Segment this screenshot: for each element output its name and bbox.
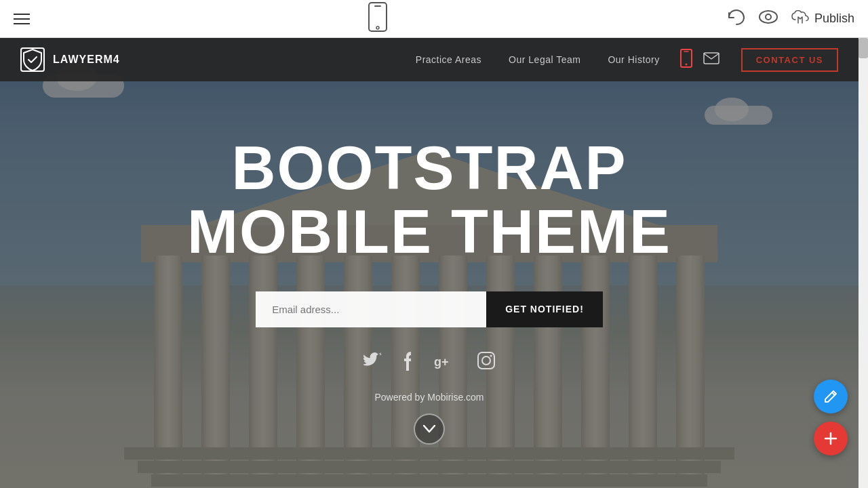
navbar-icons: CONTACT US bbox=[680, 48, 838, 72]
svg-rect-8 bbox=[704, 53, 719, 64]
nav-item-practice[interactable]: Practice Areas bbox=[416, 54, 481, 66]
hero-title-line2: MOBILE THEME bbox=[187, 198, 671, 266]
navbar-nav: Practice Areas Our Legal Team Our Histor… bbox=[416, 54, 660, 66]
contact-button[interactable]: CONTACT US bbox=[741, 48, 838, 72]
nav-link-practice[interactable]: Practice Areas bbox=[416, 54, 481, 65]
svg-point-12 bbox=[490, 354, 492, 357]
powered-by: Powered by Mobirise.com bbox=[187, 392, 671, 403]
preview-icon[interactable] bbox=[759, 10, 778, 28]
svg-rect-10 bbox=[478, 352, 494, 369]
facebook-icon[interactable] bbox=[401, 352, 415, 375]
social-icons: g+ bbox=[187, 352, 671, 375]
undo-icon[interactable] bbox=[726, 9, 745, 28]
scroll-down-button[interactable] bbox=[414, 413, 445, 445]
nav-link-team[interactable]: Our Legal Team bbox=[509, 54, 580, 65]
fab-add-button[interactable] bbox=[814, 422, 848, 455]
hero-title: BOOTSTRAP MOBILE THEME bbox=[187, 136, 671, 264]
phone-preview-icon[interactable] bbox=[368, 2, 387, 36]
brand-name: LAWYERM4 bbox=[53, 54, 120, 66]
twitter-icon[interactable] bbox=[363, 352, 382, 375]
nav-link-history[interactable]: Our History bbox=[608, 54, 659, 65]
hero-form: GET NOTIFIED! bbox=[187, 291, 671, 327]
brand-logo bbox=[20, 47, 45, 72]
email-input[interactable] bbox=[256, 291, 486, 327]
get-notified-button[interactable]: GET NOTIFIED! bbox=[486, 291, 603, 327]
navbar: LAWYERM4 Practice Areas Our Legal Team O… bbox=[0, 38, 859, 81]
cloud-upload-icon bbox=[791, 10, 809, 27]
svg-point-3 bbox=[760, 11, 777, 23]
editor-bar: Publish bbox=[0, 0, 868, 38]
navbar-brand[interactable]: LAWYERM4 bbox=[20, 47, 120, 72]
editor-bar-center bbox=[368, 2, 387, 36]
scrollbar-thumb[interactable] bbox=[859, 38, 868, 58]
svg-point-2 bbox=[376, 26, 379, 29]
svg-text:g+: g+ bbox=[434, 355, 449, 369]
publish-button[interactable]: Publish bbox=[791, 10, 854, 27]
svg-point-4 bbox=[766, 14, 771, 20]
google-plus-icon[interactable]: g+ bbox=[434, 352, 458, 375]
hero-section: BOOTSTRAP MOBILE THEME GET NOTIFIED! bbox=[0, 38, 859, 488]
mobile-icon[interactable] bbox=[680, 49, 692, 71]
hero-content: BOOTSTRAP MOBILE THEME GET NOTIFIED! bbox=[174, 82, 685, 445]
editor-bar-right: Publish bbox=[726, 9, 854, 28]
hero-title-line1: BOOTSTRAP bbox=[231, 134, 627, 202]
nav-item-history[interactable]: Our History bbox=[608, 54, 659, 66]
instagram-icon[interactable] bbox=[477, 352, 495, 375]
svg-point-7 bbox=[685, 63, 687, 65]
editor-bar-left bbox=[14, 14, 30, 24]
hamburger-menu-icon[interactable] bbox=[14, 14, 30, 24]
publish-label: Publish bbox=[814, 12, 854, 26]
mail-icon[interactable] bbox=[703, 52, 719, 68]
svg-point-11 bbox=[482, 357, 490, 365]
nav-item-team[interactable]: Our Legal Team bbox=[509, 54, 580, 66]
site-wrapper: LAWYERM4 Practice Areas Our Legal Team O… bbox=[0, 38, 859, 488]
scrollbar[interactable] bbox=[859, 38, 868, 488]
fab-edit-button[interactable] bbox=[814, 380, 848, 413]
